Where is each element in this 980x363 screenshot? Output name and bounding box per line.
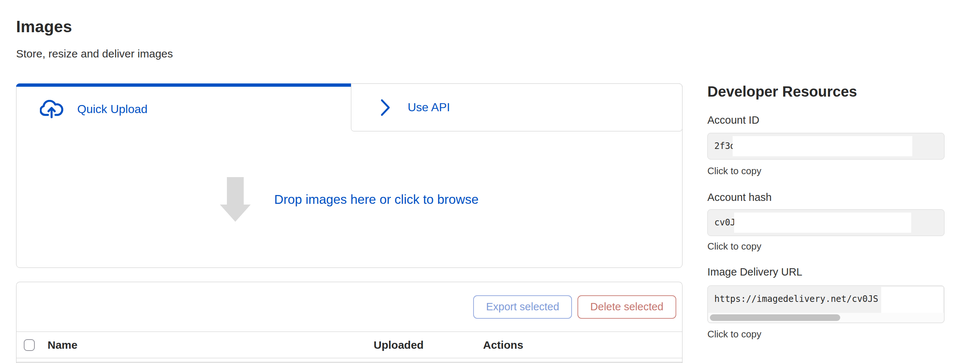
account-id-field[interactable]: 2f3d	[707, 133, 945, 159]
tab-use-api[interactable]: Use API	[351, 83, 682, 131]
dropzone-label: Drop images here or click to browse	[274, 192, 478, 207]
horizontal-scrollbar-track[interactable]	[708, 313, 944, 322]
delete-selected-button[interactable]: Delete selected	[578, 295, 676, 319]
column-header-uploaded: Uploaded	[374, 339, 424, 351]
tab-quick-upload-label: Quick Upload	[77, 102, 148, 116]
account-id-copy-hint[interactable]: Click to copy	[707, 166, 761, 177]
list-toolbar: Export selected Delete selected	[16, 282, 682, 332]
export-selected-button[interactable]: Export selected	[473, 295, 572, 319]
column-header-name: Name	[48, 339, 78, 351]
dropzone[interactable]: Drop images here or click to browse	[16, 131, 682, 267]
arrow-down-icon	[220, 177, 251, 222]
active-tab-indicator	[16, 83, 351, 87]
account-hash-copy-hint[interactable]: Click to copy	[707, 241, 761, 252]
account-hash-field[interactable]: cv0J	[707, 209, 945, 236]
chevron-right-icon	[380, 99, 391, 116]
table-row-partial	[16, 358, 682, 363]
cloud-upload-icon	[40, 100, 63, 118]
table-header-row: Name Uploaded Actions	[16, 332, 682, 358]
image-delivery-url-copy-hint[interactable]: Click to copy	[707, 329, 761, 340]
horizontal-scrollbar-thumb[interactable]	[710, 314, 840, 321]
column-header-actions: Actions	[483, 339, 523, 351]
redaction-overlay	[734, 213, 911, 233]
developer-resources-sidebar: Developer Resources Account ID 2f3d Clic…	[707, 0, 945, 363]
images-list-panel: Export selected Delete selected Name Upl…	[16, 282, 682, 363]
redaction-overlay	[881, 287, 943, 313]
redaction-overlay	[733, 136, 912, 156]
account-id-label: Account ID	[707, 114, 759, 126]
tab-use-api-label: Use API	[408, 100, 450, 114]
account-hash-value: cv0J	[714, 210, 735, 236]
upload-panel: Quick Upload Use API Drop images here or…	[16, 83, 682, 268]
account-hash-label: Account hash	[707, 191, 772, 204]
page-subtitle: Store, resize and deliver images	[16, 48, 173, 60]
page-title: Images	[16, 18, 72, 36]
image-delivery-url-label: Image Delivery URL	[707, 266, 802, 278]
image-delivery-url-value: https://imagedelivery.net/cv0JS	[714, 286, 878, 312]
image-delivery-url-field[interactable]: https://imagedelivery.net/cv0JS	[707, 285, 945, 323]
select-all-checkbox[interactable]	[24, 339, 35, 351]
tab-quick-upload[interactable]: Quick Upload	[16, 87, 351, 131]
images-page: Images Store, resize and deliver images …	[0, 0, 980, 363]
sidebar-heading: Developer Resources	[707, 83, 857, 100]
